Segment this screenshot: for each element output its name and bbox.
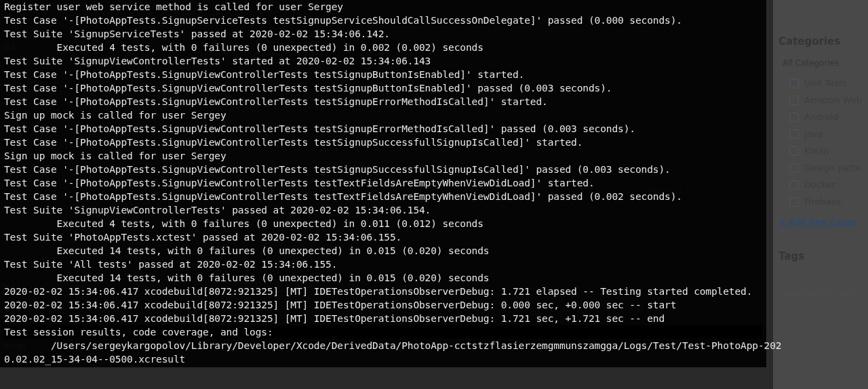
terminal-line: Test Case '-[PhotoAppTests.SignupViewCon… bbox=[4, 176, 762, 190]
checkbox-icon[interactable] bbox=[789, 180, 799, 190]
category-label: Docker bbox=[804, 180, 835, 190]
terminal-line: Test session results, code coverage, and… bbox=[4, 325, 762, 339]
category-item[interactable]: Design patte bbox=[778, 159, 863, 176]
terminal-line: Test Case '-[PhotoAppTests.SignupViewCon… bbox=[4, 190, 762, 203]
terminal-line: Test Case '-[PhotoAppTests.SignupViewCon… bbox=[4, 95, 762, 108]
terminal-line: Test Case '-[PhotoAppTests.SignupService… bbox=[4, 14, 762, 27]
category-item[interactable]: Android bbox=[778, 108, 863, 125]
add-category-link[interactable]: + Add New Categ bbox=[778, 217, 863, 227]
categories-heading: Categories bbox=[778, 33, 863, 56]
terminal-line: Executed 4 tests, with 0 failures (0 une… bbox=[4, 41, 762, 54]
category-item[interactable]: Unit Tests bbox=[778, 75, 863, 91]
category-item[interactable]: Java bbox=[778, 125, 863, 142]
terminal-line: Test Suite 'PhotoAppTests.xctest' passed… bbox=[4, 230, 762, 244]
terminal-line: 0.02.02_15-34-04--0500.xcresult bbox=[4, 352, 762, 366]
checkbox-icon[interactable] bbox=[789, 96, 799, 105]
checkbox-icon[interactable] bbox=[789, 79, 799, 88]
category-item[interactable]: Kotlin bbox=[778, 142, 863, 159]
terminal-line: Test Suite 'SignupViewControllerTests' s… bbox=[4, 54, 762, 68]
terminal-line: Executed 14 tests, with 0 failures (0 un… bbox=[4, 244, 762, 258]
terminal-line: 2020-02-02 15:34:06.417 xcodebuild[8072:… bbox=[4, 298, 762, 312]
category-label: Kotlin bbox=[804, 146, 829, 156]
checkbox-icon[interactable] bbox=[789, 197, 799, 207]
category-item[interactable]: Docker bbox=[778, 176, 863, 193]
category-label: Android bbox=[804, 112, 838, 122]
terminal-line: Test Suite 'SignupServiceTests' passed a… bbox=[4, 27, 762, 41]
checkbox-icon[interactable] bbox=[789, 146, 799, 156]
category-item[interactable]: Firebase bbox=[778, 193, 863, 210]
terminal-line: Test Case '-[PhotoAppTests.SignupViewCon… bbox=[4, 81, 762, 95]
category-label: Unit Tests bbox=[804, 78, 847, 88]
checkbox-icon[interactable] bbox=[789, 112, 799, 122]
terminal-line: 2020-02-02 15:34:06.417 xcodebuild[8072:… bbox=[4, 285, 762, 298]
terminal-line: Sign up mock is called for user Sergey bbox=[4, 149, 762, 163]
terminal-line: Test Case '-[PhotoAppTests.SignupViewCon… bbox=[4, 68, 762, 81]
category-label: Amazon Web bbox=[804, 95, 862, 105]
checkbox-icon[interactable] bbox=[789, 163, 799, 173]
terminal-line: Register user web service method is call… bbox=[4, 0, 762, 14]
checkbox-icon[interactable] bbox=[789, 129, 799, 139]
all-categories-tab[interactable]: All Categories bbox=[778, 56, 863, 70]
right-panel: Categories All Categories Unit TestsAmaz… bbox=[773, 0, 868, 389]
terminal-line: Test Suite 'SignupViewControllerTests' p… bbox=[4, 203, 762, 217]
terminal-line: Test Case '-[PhotoAppTests.SignupViewCon… bbox=[4, 163, 762, 176]
terminal-line: Sign up mock is called for user Sergey bbox=[4, 108, 762, 122]
category-label: Firebase bbox=[804, 197, 841, 207]
tags-hint: Separate tags with bbox=[778, 288, 863, 298]
terminal-line: Executed 14 tests, with 0 failures (0 un… bbox=[4, 271, 762, 285]
terminal-line: 2020-02-02 15:34:06.417 xcodebuild[8072:… bbox=[4, 312, 762, 325]
terminal-line: Test Case '-[PhotoAppTests.SignupViewCon… bbox=[4, 136, 762, 149]
tags-heading: Tags bbox=[778, 227, 863, 268]
terminal-line: Test Suite 'All tests' passed at 2020-02… bbox=[4, 258, 762, 271]
terminal-output[interactable]: Register user web service method is call… bbox=[0, 0, 766, 367]
terminal-line: Test Case '-[PhotoAppTests.SignupViewCon… bbox=[4, 122, 762, 136]
terminal-line: Executed 4 tests, with 0 failures (0 une… bbox=[4, 217, 762, 230]
category-label: Java bbox=[804, 129, 823, 139]
terminal-line: /Users/sergeykargopolov/Library/Develope… bbox=[4, 339, 762, 352]
category-item[interactable]: Amazon Web bbox=[778, 91, 863, 108]
category-label: Design patte bbox=[804, 163, 861, 173]
